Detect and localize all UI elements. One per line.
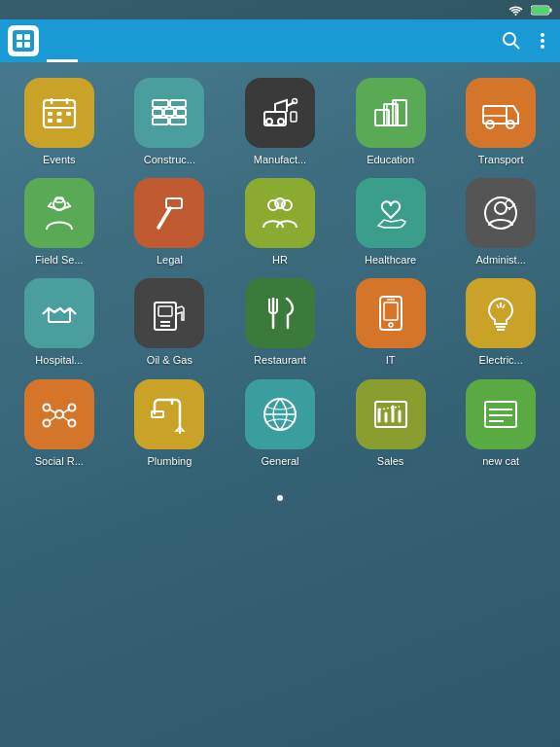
app-icon-general[interactable]: General [233, 379, 327, 468]
app-label-oilgas: Oil & Gas [147, 354, 192, 367]
app-label-social: Social R... [35, 455, 84, 468]
app-icon-healthcare[interactable]: Healthcare [344, 178, 438, 267]
app-icon-bg-education [356, 78, 426, 148]
battery-icon [531, 5, 552, 16]
app-icon-events[interactable]: Events [13, 78, 106, 166]
svg-rect-34 [291, 112, 297, 122]
svg-rect-27 [153, 118, 168, 124]
app-label-electrical: Electric... [479, 354, 523, 367]
app-icon-education[interactable]: Education [344, 78, 438, 166]
tab-reports[interactable] [78, 19, 109, 62]
svg-rect-28 [170, 118, 186, 124]
svg-rect-25 [164, 109, 174, 116]
app-icon-transport[interactable]: Transport [454, 78, 547, 166]
svg-rect-40 [483, 106, 507, 124]
app-label-transport: Transport [478, 154, 524, 166]
svg-point-10 [541, 33, 544, 37]
svg-rect-3 [550, 8, 552, 12]
svg-point-50 [275, 198, 285, 208]
app-icon-bg-hr [245, 178, 315, 248]
app-label-newcat: new cat [482, 455, 519, 468]
nav-bar [0, 19, 560, 62]
app-icon-bg-hospitality [24, 278, 94, 348]
app-icon-newcat[interactable]: new cat [454, 379, 547, 468]
app-label-healthcare: Healthcare [365, 254, 416, 267]
app-logo[interactable] [8, 25, 39, 56]
app-label-restaurant: Restaurant [254, 354, 306, 367]
app-icon-plumbing[interactable]: Plumbing [122, 379, 216, 468]
svg-point-76 [68, 419, 75, 426]
svg-rect-23 [170, 100, 186, 107]
app-icon-social[interactable]: Social R... [13, 379, 106, 468]
svg-line-80 [62, 416, 69, 421]
app-label-it: IT [386, 354, 396, 367]
svg-rect-24 [153, 109, 162, 116]
svg-line-79 [50, 416, 56, 421]
app-icon-construction[interactable]: Construc... [122, 78, 216, 166]
svg-rect-64 [384, 302, 398, 320]
wifi-icon [508, 5, 523, 16]
app-icon-bg-healthcare [356, 178, 426, 248]
svg-rect-22 [153, 100, 168, 107]
app-label-fieldservice: Field Se... [35, 254, 84, 267]
app-label-legal: Legal [157, 254, 183, 267]
app-icon-electrical[interactable]: Electric... [454, 278, 547, 367]
svg-point-73 [43, 404, 50, 410]
app-icon-bg-newcat [466, 379, 536, 449]
app-icon-bg-plumbing [134, 379, 204, 449]
svg-line-71 [503, 304, 505, 308]
app-icon-restaurant[interactable]: Restaurant [233, 278, 327, 367]
svg-rect-18 [56, 112, 61, 116]
svg-rect-46 [166, 198, 182, 208]
more-icon [533, 31, 552, 51]
svg-point-72 [55, 410, 63, 418]
app-icon-manufacturing[interactable]: Manufact... [233, 78, 327, 166]
more-button[interactable] [533, 31, 552, 51]
svg-point-11 [541, 39, 544, 43]
app-icon-hospitality[interactable]: Hospital... [13, 278, 106, 367]
svg-rect-59 [158, 306, 172, 316]
page-dot [277, 495, 283, 501]
app-icon-bg-it [356, 278, 426, 348]
search-button[interactable] [502, 31, 521, 51]
svg-rect-5 [24, 34, 30, 40]
svg-line-90 [379, 407, 400, 409]
app-icon-sales[interactable]: Sales [344, 379, 438, 468]
svg-point-65 [389, 323, 393, 327]
app-icon-legal[interactable]: Legal [122, 178, 216, 267]
app-label-admin: Administ... [476, 254, 526, 267]
svg-rect-7 [24, 42, 30, 48]
app-label-manufacturing: Manufact... [254, 154, 306, 166]
app-icon-bg-social [24, 379, 94, 449]
svg-point-30 [266, 119, 272, 124]
tab-applications[interactable] [47, 19, 78, 62]
app-label-sales: Sales [377, 455, 404, 468]
svg-point-33 [292, 99, 297, 104]
app-icon-bg-manufacturing [245, 78, 315, 148]
logo-inner [13, 30, 34, 52]
app-icon-hr[interactable]: HR [233, 178, 327, 267]
app-grid: Events Construc... Manufact... Education… [0, 62, 560, 491]
app-icon-oilgas[interactable]: Oil & Gas [122, 278, 216, 367]
app-label-hospitality: Hospital... [35, 354, 83, 367]
app-icon-it[interactable]: IT [344, 278, 438, 367]
app-icon-fieldservice[interactable]: Field Se... [13, 178, 106, 267]
svg-point-0 [515, 14, 517, 16]
app-label-events: Events [43, 154, 76, 166]
app-icon-bg-restaurant [245, 278, 315, 348]
app-icon-admin[interactable]: Administ... [454, 178, 547, 267]
app-icon-bg-oilgas [134, 278, 204, 348]
app-icon-bg-fieldservice [24, 178, 94, 248]
app-icon-bg-legal [134, 178, 204, 248]
svg-point-12 [541, 45, 544, 49]
app-icon-bg-general [245, 379, 315, 449]
svg-rect-26 [176, 109, 186, 116]
svg-rect-2 [532, 7, 548, 14]
search-icon [502, 31, 521, 51]
logo-icon [16, 33, 31, 49]
status-bar [0, 0, 560, 19]
svg-rect-19 [66, 112, 71, 116]
app-label-plumbing: Plumbing [147, 455, 192, 468]
nav-tabs [47, 19, 502, 62]
svg-point-8 [504, 33, 515, 45]
